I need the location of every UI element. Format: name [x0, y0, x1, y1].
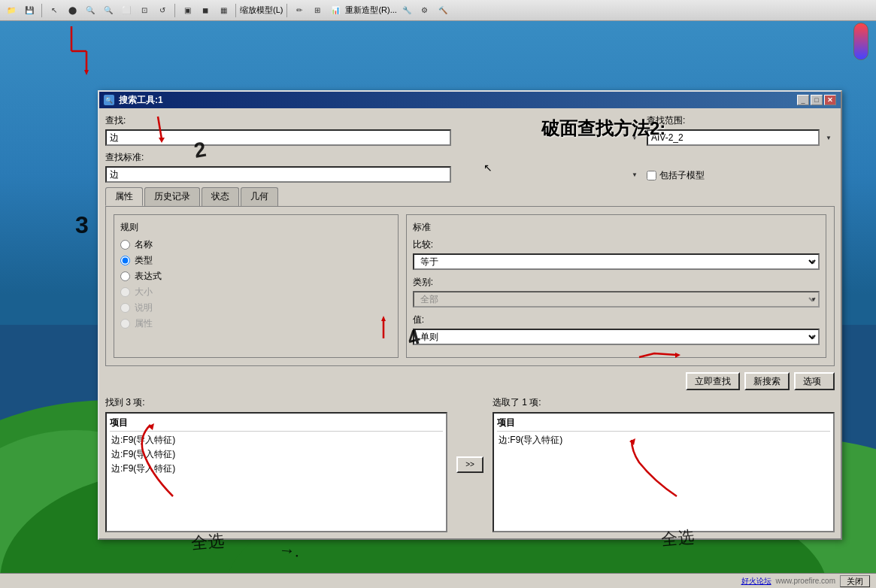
toolbar-btn-shade[interactable]: ◼: [197, 2, 214, 19]
selected-panel: 选取了 1 项: 项目 边:F9(导入特征): [493, 396, 835, 532]
toolbar-btn-select[interactable]: ↖: [46, 2, 62, 19]
category-row: 类别: 全部: [413, 276, 820, 308]
tab-properties[interactable]: 属性: [105, 187, 143, 206]
criteria-select-wrapper: 边: [105, 166, 641, 183]
criteria-select[interactable]: 边: [105, 166, 451, 183]
radio-attr: 属性: [120, 317, 392, 330]
close-button[interactable]: ✕: [824, 95, 836, 105]
bottom-close-button[interactable]: 关闭: [840, 575, 870, 587]
found-label: 找到 3 项:: [105, 396, 447, 409]
value-select[interactable]: 单则: [413, 329, 820, 345]
dialog-controls: _ □ ✕: [797, 95, 836, 105]
maximize-button[interactable]: □: [811, 95, 823, 105]
radio-size-input: [120, 287, 130, 297]
selected-item-0[interactable]: 边:F9(导入特征): [497, 433, 830, 447]
site-url: www.proefire.com: [776, 577, 835, 585]
find-select-wrapper: 边: [105, 129, 641, 146]
radio-type[interactable]: 类型: [120, 254, 392, 267]
search-dialog: 🔍 搜索工具:1 _ □ ✕ 查找: 边 查找标准:: [98, 90, 842, 540]
radio-type-input[interactable]: [120, 256, 130, 265]
toolbar-btn-zoom-out[interactable]: 🔍: [100, 2, 117, 19]
tab-content: 规则 名称 类型 表达式: [105, 206, 835, 366]
options-button[interactable]: 选项: [794, 372, 835, 390]
radio-desc-label: 说明: [135, 302, 153, 314]
compare-select[interactable]: 等于: [413, 253, 820, 270]
toolbar-btn-zoom-in[interactable]: 🔍: [82, 2, 99, 19]
standards-panel: 标准 比较: 等于 类别: 全部: [406, 214, 826, 358]
toolbar-sep-3: [235, 4, 236, 17]
new-search-button[interactable]: 新搜索: [744, 372, 790, 390]
radio-desc-input: [120, 303, 130, 313]
radio-expression-label: 表达式: [135, 270, 162, 283]
transfer-button[interactable]: >>: [456, 456, 483, 473]
toolbar-btn-wire[interactable]: ▣: [179, 2, 196, 19]
toolbar-btn-sphere[interactable]: ⬤: [64, 2, 80, 19]
found-panel: 找到 3 项: 项目 边:F9(导入特征) 边:F9(导入特征) 边:F9(导入…: [105, 396, 447, 532]
toolbar-btn-more1[interactable]: 🔧: [399, 2, 415, 19]
range-group: 查找范围: AIV-2_2 包括子模型: [647, 114, 835, 182]
transfer-buttons: >>: [453, 396, 486, 532]
tab-history[interactable]: 历史记录: [144, 187, 200, 206]
search-top-row: 查找: 边 查找标准: 边 查找范围: AIV-2_: [105, 114, 835, 183]
radio-name[interactable]: 名称: [120, 238, 392, 251]
found-col-header: 项目: [110, 417, 443, 432]
radio-name-input[interactable]: [120, 240, 130, 250]
selected-col-header: 项目: [497, 417, 830, 432]
value-row: 值: 单则: [413, 314, 820, 345]
toolbar-btn-render[interactable]: ▦: [215, 2, 232, 19]
range-label: 查找范围:: [647, 114, 835, 127]
toolbar-sep-1: [41, 4, 42, 17]
toolbar-btn-chart[interactable]: 📊: [327, 2, 344, 19]
radio-size-label: 大小: [135, 286, 153, 299]
toolbar-btn-more3[interactable]: 🔨: [435, 2, 451, 19]
value-label: 值:: [413, 314, 820, 326]
criteria-label: 查找标准:: [105, 151, 641, 164]
radio-name-label: 名称: [135, 238, 153, 251]
toolbar-btn-more2[interactable]: ⚙: [417, 2, 433, 19]
include-sub-checkbox[interactable]: [647, 171, 656, 180]
toolbar-btn-mesh[interactable]: ⊞: [309, 2, 326, 19]
find-label: 查找:: [105, 114, 641, 127]
find-group: 查找: 边 查找标准: 边: [105, 114, 641, 183]
rules-panel: 规则 名称 类型 表达式: [114, 214, 399, 358]
toolbar-btn-file[interactable]: 📁: [3, 2, 20, 19]
toolbar-btn-zoom-box[interactable]: ⬜: [118, 2, 135, 19]
forum-link[interactable]: 好火论坛: [741, 576, 771, 586]
tab-status[interactable]: 状态: [202, 187, 239, 206]
minimize-button[interactable]: _: [797, 95, 809, 105]
toolbar-btn-save[interactable]: 💾: [21, 2, 38, 19]
action-row: 立即查找 新搜索 选项: [105, 372, 835, 390]
include-sub-label: 包括子模型: [659, 169, 705, 182]
range-select[interactable]: AIV-2_2: [647, 129, 820, 146]
category-select[interactable]: 全部: [413, 291, 820, 308]
tab-geometry[interactable]: 几何: [241, 187, 278, 206]
tabs-row: 属性 历史记录 状态 几何: [105, 187, 835, 206]
radio-expression-input[interactable]: [120, 271, 130, 281]
dialog-content: 查找: 边 查找标准: 边 查找范围: AIV-2_: [99, 108, 841, 538]
toolbar-label-rebuild: 重新造型(R)...: [345, 5, 396, 16]
dialog-title-icon: 🔍: [104, 95, 114, 105]
dialog-titlebar: 🔍 搜索工具:1 _ □ ✕: [99, 92, 841, 108]
search-now-button[interactable]: 立即查找: [686, 372, 740, 390]
found-item-0[interactable]: 边:F9(导入特征): [110, 433, 443, 447]
toolbar-btn-edit[interactable]: ✏: [291, 2, 308, 19]
find-select[interactable]: 边: [105, 129, 451, 146]
results-area: 找到 3 项: 项目 边:F9(导入特征) 边:F9(导入特征) 边:F9(导入…: [105, 396, 835, 532]
toolbar-btn-zoom-fit[interactable]: ⊡: [136, 2, 153, 19]
range-select-wrapper: AIV-2_2: [647, 129, 835, 146]
radio-expression[interactable]: 表达式: [120, 270, 392, 283]
radio-size: 大小: [120, 286, 392, 299]
dialog-title: 🔍 搜索工具:1: [104, 94, 163, 107]
toolbar-sep-4: [286, 4, 287, 17]
compare-row: 比较: 等于: [413, 238, 820, 270]
found-item-2[interactable]: 边:F9(导入特征): [110, 462, 443, 476]
compare-select-wrapper: 等于: [413, 253, 820, 270]
toolbar-btn-rotate[interactable]: ↺: [154, 2, 171, 19]
category-select-wrapper: 全部: [413, 291, 820, 308]
selected-list: 项目 边:F9(导入特征): [493, 412, 835, 532]
found-item-1[interactable]: 边:F9(导入特征): [110, 447, 443, 462]
radio-attr-label: 属性: [135, 317, 153, 330]
radio-group: 名称 类型 表达式 大小: [120, 238, 392, 330]
rules-legend: 规则: [120, 221, 392, 234]
bottom-bar: 好火论坛 www.proefire.com 关闭: [0, 573, 876, 588]
